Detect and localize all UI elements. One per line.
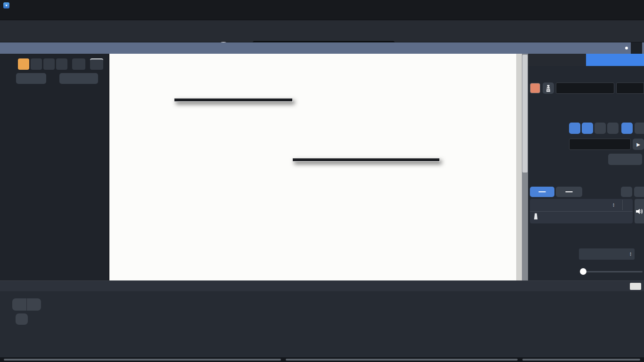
more-button[interactable]	[608, 154, 642, 165]
score-scrollbar-thumb[interactable]	[522, 55, 528, 173]
notation-standard-button[interactable]	[582, 123, 593, 134]
voice-3-button[interactable]	[43, 58, 55, 70]
score-margin	[516, 54, 522, 280]
signal-chain[interactable]	[534, 213, 542, 220]
collapse-palette-button[interactable]	[90, 58, 103, 70]
palm-mute-slider[interactable]	[580, 268, 643, 275]
lyrics-button[interactable]	[16, 73, 46, 84]
fretboard-next-button[interactable]	[27, 298, 41, 311]
sound-slot[interactable]: ▴▾	[530, 199, 633, 223]
titlebar: ▼	[0, 0, 644, 10]
notation-slash-button[interactable]	[594, 123, 606, 134]
automation-button[interactable]	[634, 187, 644, 197]
notation-single-staff-button[interactable]	[621, 123, 633, 134]
fretboard-settings-button[interactable]	[16, 313, 28, 325]
midi-button[interactable]	[556, 187, 582, 197]
new-tab-button[interactable]	[631, 42, 642, 54]
sound-mute-button[interactable]	[635, 199, 644, 223]
score-view[interactable]	[109, 54, 528, 280]
rse-button[interactable]	[530, 187, 554, 197]
play-style-select[interactable]: ▴▾	[579, 248, 635, 260]
tab-song[interactable]	[528, 54, 586, 66]
minimize-button[interactable]	[579, 0, 601, 10]
notation-tab-button[interactable]	[569, 123, 580, 134]
tuning-field[interactable]	[569, 139, 631, 150]
document-tabstrip	[0, 42, 644, 54]
maximize-button[interactable]	[601, 0, 622, 10]
multivoice-button[interactable]	[72, 58, 85, 70]
tab-track[interactable]	[586, 54, 644, 66]
chords-button[interactable]	[59, 73, 98, 84]
context-menu	[174, 98, 293, 102]
fretboard-corner-button[interactable]	[630, 283, 641, 290]
guitar-pro-window: ▼ ▴▾ ◫▴▾ |◀ ▶|	[0, 0, 644, 362]
voice-4-button[interactable]	[56, 58, 67, 70]
bar-submenu	[292, 158, 440, 162]
sound-slot-stepper[interactable]: ▴▾	[613, 203, 614, 207]
guitar-headstock-icon	[546, 85, 551, 92]
app-icon: ▼	[3, 2, 9, 8]
notation-multi-staff-button[interactable]	[635, 123, 644, 134]
slider-thumb[interactable]	[580, 268, 586, 275]
track-icon-button[interactable]	[543, 82, 554, 94]
fretboard-window	[0, 280, 644, 362]
track-name-field[interactable]	[556, 82, 614, 94]
fretboard-canvas[interactable]	[0, 291, 644, 357]
tuning-play-button[interactable]: ▶	[633, 139, 644, 150]
guitar-headstock-icon	[534, 213, 538, 220]
notation-grand-staff-button[interactable]	[607, 123, 619, 134]
edition-palette	[0, 54, 109, 280]
fretboard-scrollbar[interactable]	[0, 357, 644, 362]
score-scrollbar[interactable]	[522, 54, 528, 280]
voice-1-button[interactable]	[18, 58, 29, 70]
close-button[interactable]	[622, 0, 644, 10]
voice-2-button[interactable]	[31, 58, 42, 70]
tab-modified-dot	[625, 47, 628, 49]
inspector-panel: ▶ ▴▾ ▴▾	[528, 54, 644, 280]
toolbar: ▴▾ ◫▴▾ |◀ ▶|	[0, 20, 644, 42]
fretboard-prev-button[interactable]	[12, 298, 26, 311]
menubar	[0, 10, 644, 20]
speaker-icon	[636, 208, 643, 214]
score-canvas[interactable]	[109, 54, 528, 280]
track-color-swatch[interactable]	[530, 83, 540, 93]
track-shortname-field[interactable]	[616, 82, 644, 94]
add-sound-button[interactable]	[621, 187, 632, 197]
fretboard-titlebar[interactable]	[0, 281, 644, 291]
